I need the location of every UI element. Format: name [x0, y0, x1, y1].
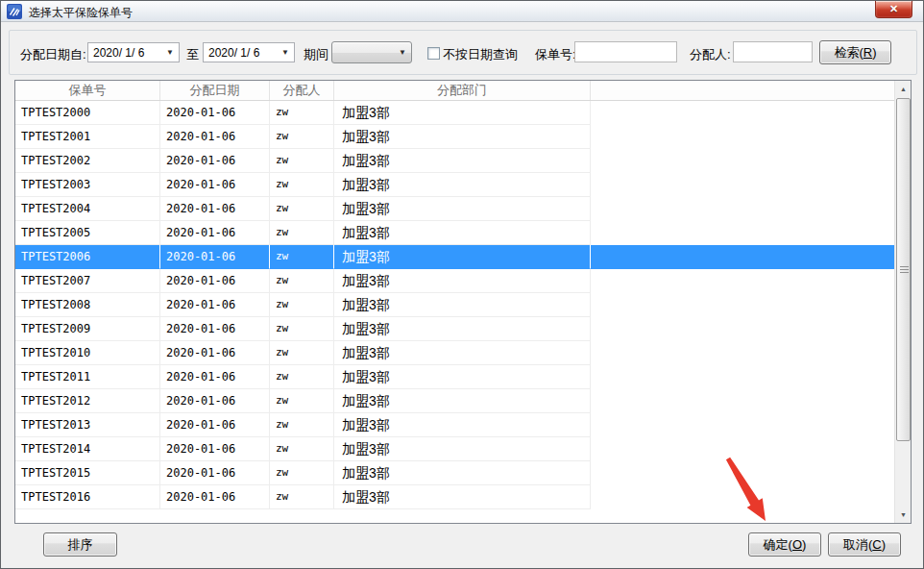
cell-date: 2020-01-06 — [160, 317, 270, 341]
cell-department: 加盟3部 — [334, 365, 591, 389]
cell-department: 加盟3部 — [334, 341, 591, 365]
cell-filler — [591, 269, 911, 293]
table-header: 保单号 分配日期 分配人 分配部门 — [15, 81, 911, 101]
assignee-input[interactable] — [733, 41, 813, 62]
close-button[interactable]: ✕ — [875, 1, 912, 18]
table-row[interactable]: TPTEST2003 2020-01-06 zw 加盟3部 — [15, 173, 911, 197]
table-row[interactable]: TPTEST2014 2020-01-06 zw 加盟3部 — [15, 437, 911, 461]
cell-department: 加盟3部 — [334, 437, 591, 461]
cell-assignee: zw — [270, 413, 334, 437]
scroll-down-button[interactable]: ▼ — [895, 507, 912, 523]
cell-policy-no: TPTEST2009 — [15, 317, 160, 341]
cell-assignee: zw — [270, 221, 334, 245]
column-header-filler — [591, 81, 911, 100]
policy-table: 保单号 分配日期 分配人 分配部门 TPTEST2000 2020-01-06 … — [14, 80, 912, 524]
cell-policy-no: TPTEST2015 — [15, 461, 160, 485]
table-row[interactable]: TPTEST2016 2020-01-06 zw 加盟3部 — [15, 485, 911, 509]
cell-date: 2020-01-06 — [160, 485, 270, 509]
table-row[interactable]: TPTEST2000 2020-01-06 zw 加盟3部 — [15, 101, 911, 125]
vertical-scrollbar[interactable]: ▲ ▼ — [894, 81, 911, 523]
table-row[interactable]: TPTEST2010 2020-01-06 zw 加盟3部 — [15, 341, 911, 365]
cell-filler — [591, 221, 911, 245]
table-row[interactable]: TPTEST2008 2020-01-06 zw 加盟3部 — [15, 293, 911, 317]
cell-department: 加盟3部 — [334, 293, 591, 317]
cell-policy-no: TPTEST2000 — [15, 101, 160, 125]
cell-assignee: zw — [270, 269, 334, 293]
cell-policy-no: TPTEST2004 — [15, 197, 160, 221]
cell-date: 2020-01-06 — [160, 293, 270, 317]
column-header-date[interactable]: 分配日期 — [160, 81, 270, 100]
table-row[interactable]: TPTEST2007 2020-01-06 zw 加盟3部 — [15, 269, 911, 293]
policy-no-input[interactable] — [574, 41, 677, 62]
assignee-label: 分配人: — [690, 46, 731, 63]
cell-assignee: zw — [270, 365, 334, 389]
cell-date: 2020-01-06 — [160, 101, 270, 125]
period-select[interactable]: ▼ — [331, 41, 412, 63]
date-to-picker[interactable]: 2020/ 1/ 6 ▼ — [203, 42, 295, 62]
cell-date: 2020-01-06 — [160, 365, 270, 389]
cell-department: 加盟3部 — [334, 413, 591, 437]
cell-date: 2020-01-06 — [160, 269, 270, 293]
cell-policy-no: TPTEST2001 — [15, 125, 160, 149]
table-row[interactable]: TPTEST2006 2020-01-06 zw 加盟3部 — [15, 245, 911, 269]
cell-assignee: zw — [270, 437, 334, 461]
table-row[interactable]: TPTEST2002 2020-01-06 zw 加盟3部 — [15, 149, 911, 173]
table-row[interactable]: TPTEST2001 2020-01-06 zw 加盟3部 — [15, 125, 911, 149]
cell-assignee: zw — [270, 389, 334, 413]
scrollbar-thumb[interactable] — [896, 98, 911, 441]
cell-assignee: zw — [270, 125, 334, 149]
close-icon: ✕ — [889, 3, 898, 14]
table-row[interactable]: TPTEST2005 2020-01-06 zw 加盟3部 — [15, 221, 911, 245]
cell-policy-no: TPTEST2003 — [15, 173, 160, 197]
cell-policy-no: TPTEST2007 — [15, 269, 160, 293]
table-row[interactable]: TPTEST2004 2020-01-06 zw 加盟3部 — [15, 197, 911, 221]
column-header-department[interactable]: 分配部门 — [334, 81, 591, 100]
cell-department: 加盟3部 — [334, 245, 591, 269]
cell-filler — [591, 197, 911, 221]
cell-department: 加盟3部 — [334, 389, 591, 413]
cell-policy-no: TPTEST2002 — [15, 149, 160, 173]
cell-assignee: zw — [270, 461, 334, 485]
table-row[interactable]: TPTEST2013 2020-01-06 zw 加盟3部 — [15, 413, 911, 437]
column-header-assignee[interactable]: 分配人 — [270, 81, 334, 100]
ok-button[interactable]: 确定(O) — [748, 532, 821, 557]
cell-assignee: zw — [270, 245, 334, 269]
scroll-down-icon: ▼ — [900, 511, 907, 518]
scrollbar-grip-icon — [900, 266, 909, 273]
window-title: 选择太平保险保单号 — [29, 5, 133, 21]
cell-filler — [591, 365, 911, 389]
scroll-up-button[interactable]: ▲ — [895, 81, 912, 97]
date-from-picker[interactable]: 2020/ 1/ 6 ▼ — [87, 42, 180, 62]
cell-date: 2020-01-06 — [160, 173, 270, 197]
cell-department: 加盟3部 — [334, 221, 591, 245]
table-body: TPTEST2000 2020-01-06 zw 加盟3部 TPTEST2001… — [15, 101, 911, 509]
date-from-value: 2020/ 1/ 6 — [93, 46, 144, 60]
table-row[interactable]: TPTEST2011 2020-01-06 zw 加盟3部 — [15, 365, 911, 389]
cell-filler — [591, 461, 911, 485]
cell-assignee: zw — [270, 173, 334, 197]
cell-date: 2020-01-06 — [160, 437, 270, 461]
cell-date: 2020-01-06 — [160, 197, 270, 221]
cancel-button[interactable]: 取消(C) — [828, 532, 901, 557]
cell-department: 加盟3部 — [334, 317, 591, 341]
no-date-checkbox[interactable] — [427, 47, 440, 60]
cell-department: 加盟3部 — [334, 101, 591, 125]
chevron-down-icon: ▼ — [166, 49, 174, 57]
cell-filler — [591, 125, 911, 149]
cell-department: 加盟3部 — [334, 173, 591, 197]
date-to-label: 至 — [186, 46, 199, 63]
cell-date: 2020-01-06 — [160, 461, 270, 485]
cell-assignee: zw — [270, 317, 334, 341]
column-header-policy-no[interactable]: 保单号 — [15, 81, 160, 100]
title-bar: 选择太平保险保单号 ✕ — [1, 1, 923, 22]
search-button[interactable]: 检索(R) — [819, 40, 891, 64]
cell-policy-no: TPTEST2006 — [15, 245, 160, 269]
sort-button[interactable]: 排序 — [43, 532, 117, 557]
cell-filler — [591, 437, 911, 461]
dialog-window: 选择太平保险保单号 ✕ 分配日期自: 2020/ 1/ 6 ▼ 至 2020/ … — [0, 0, 924, 569]
table-row[interactable]: TPTEST2009 2020-01-06 zw 加盟3部 — [15, 317, 911, 341]
cell-assignee: zw — [270, 101, 334, 125]
table-row[interactable]: TPTEST2015 2020-01-06 zw 加盟3部 — [15, 461, 911, 485]
table-row[interactable]: TPTEST2012 2020-01-06 zw 加盟3部 — [15, 389, 911, 413]
cell-policy-no: TPTEST2005 — [15, 221, 160, 245]
